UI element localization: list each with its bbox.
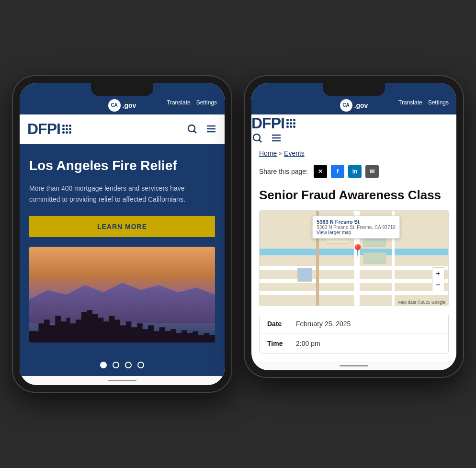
map-popup: 5363 N Fresno St 5363 N Fresno St, Fresn…: [312, 216, 400, 239]
status-bar-right-right: Translate Settings: [398, 99, 449, 106]
breadcrumb: Home » Events: [251, 144, 456, 161]
ca-circle-left: CA: [108, 99, 121, 112]
phone-right: CA .gov Translate Settings DFPI: [244, 75, 464, 378]
phone-notch-left: [91, 83, 153, 96]
carousel-dot-4[interactable]: [137, 362, 144, 368]
svg-point-5: [253, 134, 260, 141]
map-background: 📍 5363 N Fresno St 5363 N Fresno St, Fre…: [260, 211, 448, 306]
map-container[interactable]: 📍 5363 N Fresno St 5363 N Fresno St, Fre…: [259, 210, 449, 306]
search-icon-right[interactable]: [251, 132, 263, 144]
breadcrumb-separator: »: [279, 150, 282, 157]
ca-gov-text-right: .gov: [354, 102, 368, 109]
nav-icons-left: [186, 123, 217, 135]
phone-bottom-right: [251, 361, 456, 370]
event-date-row: Date February 25, 2025: [260, 314, 448, 334]
breadcrumb-events[interactable]: Events: [284, 149, 305, 157]
breadcrumb-home[interactable]: Home: [259, 149, 277, 157]
popup-view-larger[interactable]: View larger map: [317, 230, 396, 235]
status-bar-right-left: Translate Settings: [167, 99, 217, 106]
event-time-row: Time 2:00 pm: [260, 334, 448, 353]
event-details-table: Date February 25, 2025 Time 2:00 pm: [259, 314, 449, 354]
ca-circle-right: CA: [340, 99, 352, 112]
home-indicator-left: [108, 380, 136, 381]
map-zoom-in-button[interactable]: +: [432, 268, 444, 279]
phone-notch-right: [323, 83, 385, 96]
event-title: Senior Fraud Awareness Class: [251, 184, 456, 210]
map-zoom-controls: + −: [432, 267, 444, 291]
translate-link-left[interactable]: Translate: [167, 99, 191, 106]
phone-bottom-left: [20, 376, 225, 385]
search-icon-left[interactable]: [186, 123, 198, 135]
time-value: 2:00 pm: [296, 340, 320, 347]
map-block-pond: [297, 268, 313, 282]
carousel-dot-3[interactable]: [125, 362, 132, 368]
popup-address-full: 5363 N Fresno St, Fresno, CA 93710: [317, 225, 396, 230]
translate-link-right[interactable]: Translate: [398, 99, 422, 106]
popup-address-title: 5363 N Fresno St: [317, 219, 396, 225]
learn-more-button[interactable]: LEARN MORE: [29, 216, 215, 237]
nav-bar-left: DFPI: [20, 114, 225, 144]
time-label: Time: [267, 340, 296, 347]
share-facebook-button[interactable]: f: [331, 165, 344, 178]
map-pin: 📍: [351, 244, 365, 257]
hero-image: [29, 247, 215, 342]
share-x-button[interactable]: ✕: [314, 165, 327, 178]
carousel-dots: [20, 354, 225, 376]
settings-link-right[interactable]: Settings: [428, 99, 449, 106]
phone-right-screen: CA .gov Translate Settings DFPI: [251, 83, 456, 370]
nav-bar-right: DFPI: [251, 114, 456, 144]
carousel-dot-1[interactable]: [100, 362, 107, 368]
menu-icon-right[interactable]: [271, 132, 282, 144]
ca-gov-logo-left: CA .gov: [108, 99, 136, 112]
map-zoom-out-button[interactable]: −: [432, 279, 444, 291]
dfpi-logo-dots-right: [286, 119, 295, 128]
phone-left: CA .gov Translate Settings DFPI: [12, 75, 232, 393]
map-google-text: Map data ©2025 Google: [398, 300, 445, 305]
svg-point-0: [188, 125, 195, 132]
phones-container: CA .gov Translate Settings DFPI: [12, 75, 464, 393]
menu-icon-left[interactable]: [205, 123, 217, 135]
nav-icons-right: [251, 132, 456, 144]
phone2-body: Home » Events Share this page: ✕ f in ✉ …: [251, 144, 456, 354]
ca-gov-text-left: .gov: [123, 102, 136, 109]
dfpi-logo-right[interactable]: DFPI: [251, 114, 456, 132]
dfpi-logo-left[interactable]: DFPI: [27, 120, 71, 138]
date-value: February 25, 2025: [296, 320, 351, 328]
ca-gov-logo-right: CA .gov: [340, 99, 368, 112]
share-linkedin-button[interactable]: in: [348, 165, 362, 178]
phone-left-screen: CA .gov Translate Settings DFPI: [20, 83, 225, 385]
svg-line-6: [260, 140, 262, 142]
hero-section: Los Angeles Fire Relief More than 400 mo…: [20, 144, 225, 354]
settings-link-left[interactable]: Settings: [196, 99, 217, 106]
hero-title: Los Angeles Fire Relief: [29, 158, 215, 174]
dfpi-logo-dots-left: [62, 125, 71, 134]
svg-line-1: [194, 131, 197, 134]
share-row: Share this page: ✕ f in ✉: [251, 161, 456, 184]
share-icons: ✕ f in ✉: [314, 165, 379, 178]
map-block-3: [363, 252, 386, 264]
share-email-button[interactable]: ✉: [365, 165, 379, 178]
share-label: Share this page:: [259, 168, 308, 175]
map-footer: Map data ©2025 Google: [398, 300, 445, 305]
date-label: Date: [267, 320, 296, 328]
home-indicator-right: [340, 365, 368, 366]
hero-description: More than 400 mortgage lenders and servi…: [29, 183, 215, 205]
carousel-dot-2[interactable]: [113, 362, 119, 368]
